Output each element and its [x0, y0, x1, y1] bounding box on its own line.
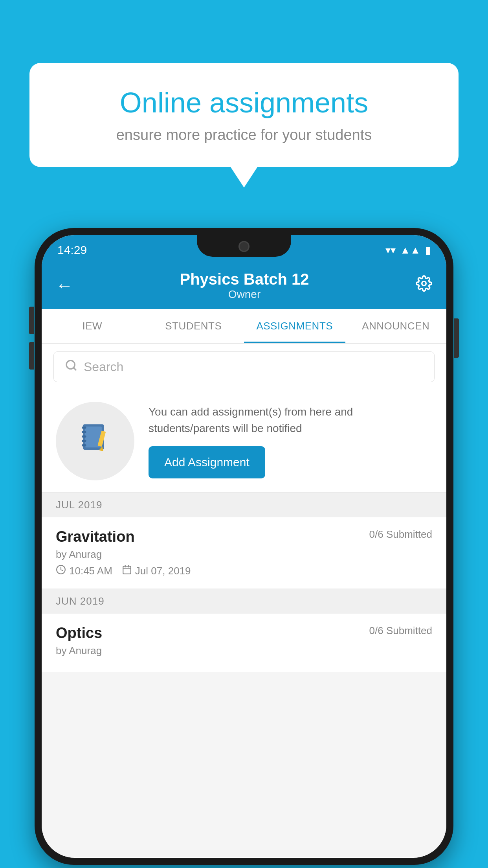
assignment-date: Jul 07, 2019 — [122, 565, 191, 577]
battery-icon: ▮ — [425, 244, 431, 256]
phone-notch — [197, 235, 291, 257]
volume-up-button — [29, 307, 34, 334]
optics-row1: Optics 0/6 Submitted — [56, 625, 432, 642]
assignment-submitted: 0/6 Submitted — [369, 528, 432, 541]
phone-camera — [238, 241, 250, 252]
assignment-meta: 10:45 AM Jul 07, 201 — [56, 565, 432, 577]
speech-bubble-container: Online assignments ensure more practice … — [29, 63, 459, 167]
tab-students[interactable]: STUDENTS — [143, 309, 244, 343]
promo-content: You can add assignment(s) from here and … — [149, 404, 432, 478]
header-subtitle: Owner — [180, 288, 309, 301]
tab-assignments[interactable]: ASSIGNMENTS — [244, 309, 345, 343]
assignment-item-gravitation[interactable]: Gravitation 0/6 Submitted by Anurag — [42, 517, 446, 589]
svg-rect-6 — [82, 431, 86, 433]
assignment-author: by Anurag — [56, 548, 432, 561]
speech-bubble-subtitle: ensure more practice for your students — [61, 127, 427, 143]
search-bar[interactable]: Search — [53, 351, 435, 382]
svg-rect-8 — [82, 440, 86, 442]
back-button[interactable]: ← — [56, 276, 73, 295]
status-icons: ▾▾ ▲▲ ▮ — [385, 244, 431, 256]
section-header-jul: JUL 2019 — [42, 493, 446, 517]
svg-rect-7 — [82, 435, 86, 438]
assignment-item-optics[interactable]: Optics 0/6 Submitted by Anurag — [42, 614, 446, 672]
clock-icon — [56, 565, 66, 577]
status-time: 14:29 — [57, 243, 87, 257]
search-icon — [65, 359, 77, 375]
settings-button[interactable] — [416, 275, 432, 296]
speech-bubble: Online assignments ensure more practice … — [29, 63, 459, 167]
section-header-jun: JUN 2019 — [42, 589, 446, 614]
svg-rect-5 — [82, 426, 86, 428]
tab-iew[interactable]: IEW — [42, 309, 143, 343]
promo-icon-circle — [56, 402, 134, 480]
tab-announcements[interactable]: ANNOUNCEN — [345, 309, 447, 343]
assignment-row1: Gravitation 0/6 Submitted — [56, 528, 432, 545]
phone-screen: 14:29 ▾▾ ▲▲ ▮ ← Physics Batch 12 Owner — [42, 235, 446, 858]
svg-line-2 — [73, 368, 76, 370]
optics-title: Optics — [56, 625, 102, 642]
promo-text: You can add assignment(s) from here and … — [149, 404, 432, 437]
calendar-icon — [122, 565, 132, 577]
speech-bubble-title: Online assignments — [61, 86, 427, 119]
optics-submitted: 0/6 Submitted — [369, 625, 432, 637]
optics-author: by Anurag — [56, 645, 432, 657]
screen-content: Search — [42, 344, 446, 857]
header-title: Physics Batch 12 — [180, 270, 309, 288]
promo-section: You can add assignment(s) from here and … — [42, 390, 446, 493]
wifi-icon: ▾▾ — [385, 244, 396, 256]
assignment-title: Gravitation — [56, 528, 135, 545]
add-assignment-button[interactable]: Add Assignment — [149, 446, 265, 478]
assignment-time: 10:45 AM — [56, 565, 112, 577]
notebook-icon — [77, 420, 113, 463]
volume-down-button — [29, 342, 34, 370]
phone-outer: 14:29 ▾▾ ▲▲ ▮ ← Physics Batch 12 Owner — [35, 228, 453, 865]
phone-container: 14:29 ▾▾ ▲▲ ▮ ← Physics Batch 12 Owner — [35, 228, 453, 865]
power-button — [454, 318, 459, 358]
svg-rect-9 — [82, 444, 86, 446]
svg-rect-13 — [123, 566, 131, 574]
tabs-container: IEW STUDENTS ASSIGNMENTS ANNOUNCEN — [42, 309, 446, 344]
search-input-placeholder: Search — [84, 360, 123, 374]
signal-icon: ▲▲ — [400, 244, 420, 256]
header-center: Physics Batch 12 Owner — [180, 270, 309, 301]
app-header: ← Physics Batch 12 Owner — [42, 262, 446, 309]
svg-point-0 — [422, 281, 426, 286]
search-container: Search — [42, 344, 446, 390]
